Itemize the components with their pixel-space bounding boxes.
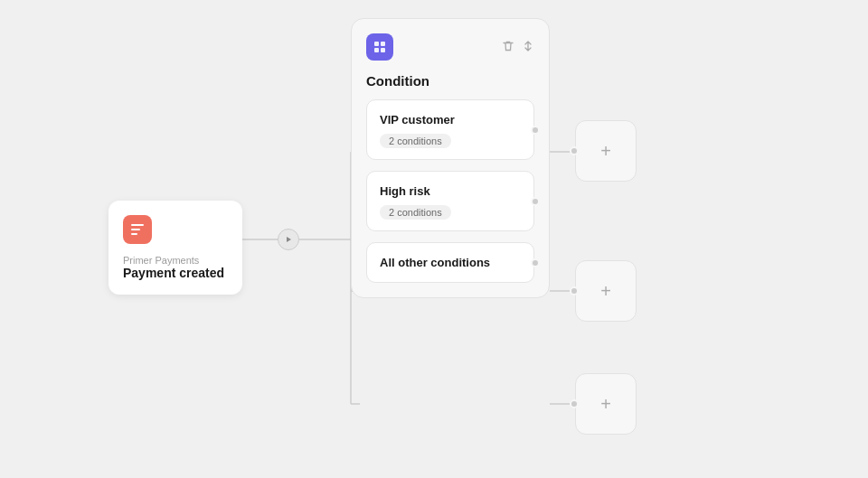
delete-icon[interactable] bbox=[502, 40, 514, 55]
all-other-dot bbox=[531, 258, 540, 267]
svg-rect-13 bbox=[374, 48, 379, 52]
svg-rect-11 bbox=[374, 42, 379, 46]
all-other-card[interactable]: All other conditions bbox=[366, 242, 534, 283]
high-risk-title: High risk bbox=[380, 184, 521, 198]
vip-customer-card[interactable]: VIP customer 2 conditions bbox=[366, 99, 534, 160]
condition-actions bbox=[502, 40, 534, 55]
all-other-title: All other conditions bbox=[380, 256, 521, 269]
vip-badge: 2 conditions bbox=[380, 134, 451, 148]
svg-rect-12 bbox=[381, 42, 385, 46]
high-risk-badge: 2 conditions bbox=[380, 205, 451, 220]
reorder-icon[interactable] bbox=[522, 40, 534, 55]
condition-title: Condition bbox=[366, 73, 534, 89]
vip-title: VIP customer bbox=[380, 113, 521, 127]
high-risk-dot bbox=[531, 197, 540, 206]
plus-icon-ao: + bbox=[600, 394, 611, 415]
plus-icon-hr: + bbox=[600, 281, 611, 302]
ao-plus-connector-dot bbox=[570, 399, 579, 408]
plus-card-vip[interactable]: + bbox=[575, 120, 637, 182]
payment-icon bbox=[123, 215, 152, 244]
plus-icon-vip: + bbox=[600, 141, 611, 162]
canvas: Primer Payments Payment created bbox=[0, 0, 868, 478]
condition-node: Condition VIP customer 2 conditions High… bbox=[351, 18, 550, 298]
payment-title: Payment created bbox=[123, 266, 228, 280]
vip-dot bbox=[531, 126, 540, 135]
condition-icon bbox=[366, 33, 393, 61]
payment-subtitle: Primer Payments bbox=[123, 255, 228, 266]
high-risk-card[interactable]: High risk 2 conditions bbox=[366, 171, 534, 231]
plus-card-all-other[interactable]: + bbox=[575, 373, 637, 435]
hr-plus-connector-dot bbox=[570, 286, 579, 295]
vip-plus-connector-dot bbox=[570, 146, 579, 155]
arrow-button[interactable] bbox=[278, 229, 299, 250]
svg-marker-10 bbox=[287, 237, 291, 242]
payment-node: Primer Payments Payment created bbox=[108, 201, 242, 295]
svg-rect-14 bbox=[381, 48, 385, 52]
condition-header bbox=[366, 33, 534, 61]
plus-card-high-risk[interactable]: + bbox=[575, 260, 637, 322]
